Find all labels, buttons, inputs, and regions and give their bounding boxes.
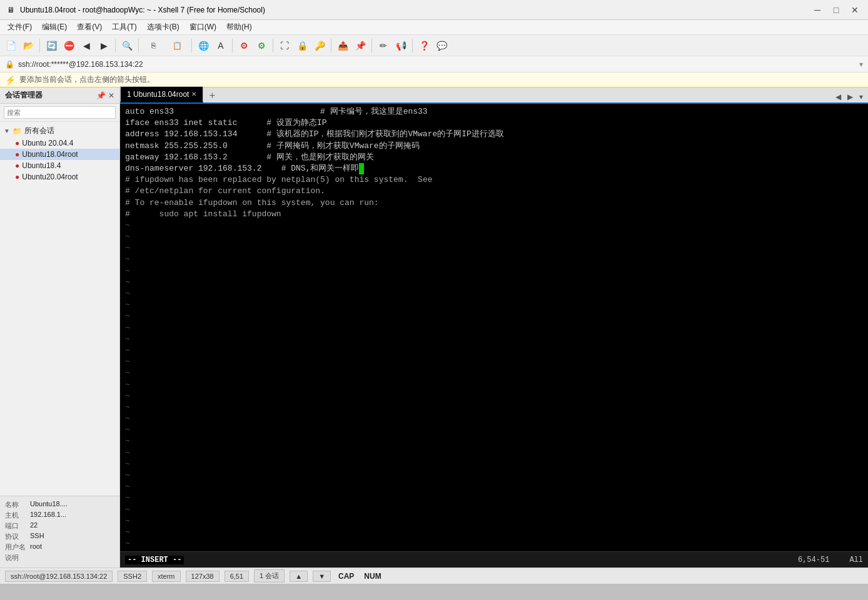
toolbar-fullscreen[interactable]: ⛶ <box>276 38 293 54</box>
num-indicator: NUM <box>361 571 383 581</box>
cap-indicator: CAP <box>336 571 356 581</box>
term-tilde-5: ~ <box>125 266 863 277</box>
toolbar-open[interactable]: 📂 <box>20 38 36 54</box>
term-tilde-15: ~ <box>125 379 863 391</box>
tab-ubuntu1804root[interactable]: 1 Ubuntu18.04root ✕ <box>120 86 203 102</box>
toolbar-key[interactable]: 🔑 <box>311 38 328 54</box>
info-value-host: 192.168.1... <box>30 511 114 520</box>
toolbar-sep9 <box>412 39 413 52</box>
toolbar-back[interactable]: ◀ <box>78 38 94 54</box>
term-tilde-25: ~ <box>125 492 863 504</box>
toolbar-sep7 <box>331 39 331 52</box>
sidebar-info: 名称 Ubuntu18.... 主机 192.168.1... 端口 22 协议… <box>0 496 119 568</box>
session-path: ssh://root@192.168.153.134:22 <box>5 571 113 582</box>
tab-nav-menu[interactable]: ▾ <box>857 91 865 102</box>
toolbar-font[interactable]: A <box>213 38 229 54</box>
terminal[interactable]: auto ens33 # 网卡编号，我这里是ens33 iface ens33 … <box>120 104 868 551</box>
term-tilde-7: ~ <box>125 288 863 299</box>
toolbar-search[interactable]: 🔍 <box>119 38 135 54</box>
menu-tabs[interactable]: 选项卡(B) <box>142 21 184 34</box>
tree-child-ubuntu2004[interactable]: ● Ubuntu 20.04.4 <box>0 138 119 149</box>
term-tilde-4: ~ <box>125 254 863 265</box>
info-value-desc <box>30 553 114 562</box>
minimize-button[interactable]: ─ <box>809 4 825 16</box>
toolbar-logo1[interactable]: ⚙ <box>236 38 252 54</box>
host-icon-1: ● <box>15 139 19 148</box>
scroll-down-btn[interactable]: ▼ <box>313 571 331 582</box>
toolbar-sep6 <box>273 39 273 52</box>
info-value-username: root <box>30 542 114 552</box>
sidebar-pin-icon[interactable]: 📌 <box>96 91 106 100</box>
insert-mode-indicator: -- INSERT -- <box>125 556 184 564</box>
toolbar-share[interactable]: 📢 <box>393 38 409 54</box>
toolbar-copy[interactable]: ⎘ <box>142 38 164 54</box>
window-controls: ─ □ ✕ <box>809 4 863 16</box>
tree-child-ubuntu1804root[interactable]: ● Ubuntu18.04root <box>0 149 119 160</box>
menu-tools[interactable]: 工具(T) <box>107 21 141 34</box>
tree-folder-icon: 📁 <box>13 127 22 136</box>
close-button[interactable]: ✕ <box>847 4 863 16</box>
info-icon: ⚡ <box>5 75 16 85</box>
info-message: 要添加当前会话，点击左侧的箭头按钮。 <box>19 74 154 85</box>
toolbar-transfer[interactable]: 📤 <box>335 38 351 54</box>
menu-file[interactable]: 文件(F) <box>3 21 37 34</box>
term-tilde-1: ~ <box>125 220 863 231</box>
tree-expand-icon: ▼ <box>4 128 10 134</box>
term-line-10: # sudo apt install ifupdown <box>125 209 863 220</box>
address-text[interactable]: ssh://root:******@192.168.153.134:22 <box>18 60 855 69</box>
term-line-5: gateway 192.168.153.2 # 网关，也是刚才获取的网关 <box>125 152 863 163</box>
toolbar-sep3 <box>138 39 139 52</box>
menu-view[interactable]: 查看(V) <box>72 21 107 34</box>
term-tilde-23: ~ <box>125 470 863 481</box>
tab-nav-left[interactable]: ◀ <box>833 91 844 102</box>
toolbar-globe[interactable]: 🌐 <box>195 38 211 54</box>
host-icon-2: ● <box>15 150 19 159</box>
terminal-status-bar: -- INSERT -- 6,54-51 All <box>120 551 868 568</box>
info-label-name: 名称 <box>5 500 30 509</box>
toolbar-lock[interactable]: 🔒 <box>294 38 310 54</box>
term-tilde-8: ~ <box>125 299 863 311</box>
info-row-protocol: 协议 SSH <box>5 532 114 541</box>
bottom-bar: ssh://root@192.168.153.134:22 SSH2 xterm… <box>0 568 868 584</box>
toolbar-compose[interactable]: ✏ <box>375 38 391 54</box>
address-dropdown-icon[interactable]: ▾ <box>859 60 863 69</box>
toolbar-new-session[interactable]: 📄 <box>3 38 19 54</box>
lock-icon: 🔒 <box>5 60 14 69</box>
term-line-7: # ifupdown has been replaced by netplan(… <box>125 174 863 186</box>
scroll-up-btn[interactable]: ▲ <box>290 571 308 582</box>
host-icon-4: ● <box>15 172 19 181</box>
menu-window[interactable]: 窗口(W) <box>184 21 221 34</box>
toolbar-marker[interactable]: 📌 <box>352 38 368 54</box>
info-row-port: 端口 22 <box>5 521 114 531</box>
toolbar-chat[interactable]: 💬 <box>433 38 450 54</box>
tab-add-button[interactable]: + <box>204 89 220 102</box>
toolbar-forward[interactable]: ▶ <box>96 38 112 54</box>
tree-root-all-sessions[interactable]: ▼ 📁 所有会话 <box>0 124 119 138</box>
toolbar-sep8 <box>371 39 372 52</box>
sidebar-search-input[interactable] <box>4 106 116 119</box>
tab-area: 1 Ubuntu18.04root ✕ + ◀ ▶ ▾ auto ens33 #… <box>120 88 868 568</box>
toolbar-help[interactable]: ❓ <box>416 38 432 54</box>
toolbar-disconnect[interactable]: ⛔ <box>61 38 77 54</box>
tab-close-1[interactable]: ✕ <box>191 91 196 98</box>
tree-child-ubuntu2004root[interactable]: ● Ubuntu20.04root <box>0 171 119 182</box>
maximize-button[interactable]: □ <box>828 4 844 16</box>
term-line-1: auto ens33 # 网卡编号，我这里是ens33 <box>125 106 863 118</box>
info-label-username: 用户名 <box>5 542 30 552</box>
menu-help[interactable]: 帮助(H) <box>221 21 257 34</box>
info-row-name: 名称 Ubuntu18.... <box>5 500 114 509</box>
term-type-indicator: xterm <box>152 571 181 582</box>
sidebar-search <box>0 104 119 122</box>
tree-child-ubuntu184[interactable]: ● Ubuntu18.4 <box>0 160 119 171</box>
tree-child-label-2: Ubuntu18.04root <box>22 150 78 159</box>
toolbar-logo2[interactable]: ⚙ <box>253 38 270 54</box>
toolbar-paste[interactable]: 📋 <box>166 38 188 54</box>
info-value-protocol: SSH <box>30 532 114 541</box>
sidebar-close-icon[interactable]: ✕ <box>108 91 114 100</box>
protocol-indicator: SSH2 <box>118 571 147 582</box>
menu-edit[interactable]: 编辑(E) <box>37 21 72 34</box>
scroll-position: All <box>849 556 863 564</box>
tab-nav-right[interactable]: ▶ <box>845 91 855 102</box>
info-label-desc: 说明 <box>5 553 30 562</box>
toolbar-reconnect[interactable]: 🔄 <box>43 38 59 54</box>
